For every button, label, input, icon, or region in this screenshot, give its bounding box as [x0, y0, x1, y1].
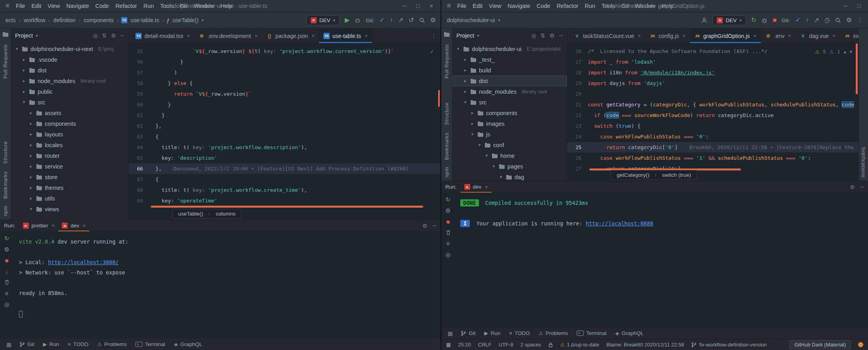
chevron-right-icon[interactable]: ▸ [470, 110, 475, 115]
code-line-58[interactable]: 58 } else { [129, 78, 441, 89]
git-push-button[interactable]: ↗ [814, 17, 819, 23]
code-line-59[interactable]: 59 return `V${_row.version}` [129, 89, 441, 99]
hide-panel-icon[interactable]: ─ [559, 32, 563, 39]
code-line-63[interactable]: 63 { [129, 131, 441, 142]
console-link[interactable]: http://localhost:8888 [586, 220, 653, 227]
panel-settings-icon[interactable]: ⚙ [422, 223, 427, 229]
locate-file-icon[interactable]: ◎ [93, 32, 98, 39]
menu-navigate[interactable]: Navigate [63, 2, 92, 10]
tree-item-service[interactable]: ▸service [11, 161, 128, 172]
clear-console-icon[interactable] [4, 280, 9, 285]
project-toolwindow-icon[interactable] [2, 32, 9, 37]
expand-collapse-icon[interactable]: ⇅ [102, 32, 107, 39]
code-line-24[interactable]: 24 case workFlowPublishStatus === '0': [567, 131, 859, 142]
settings-icon[interactable]: ⚙ [846, 17, 852, 23]
chevron-right-icon[interactable]: ▸ [21, 68, 27, 73]
strip-pull-requests[interactable]: Pull Requests [2, 44, 8, 79]
tab-close-icon[interactable]: × [753, 33, 756, 39]
code-line-60[interactable]: 60 } [129, 99, 441, 110]
toolwindow-todo[interactable]: ≡TODO [505, 329, 534, 338]
tree-item-dolphinscheduler-ui[interactable]: ▾dolphinscheduler-uiE:\projects\dol [452, 44, 567, 54]
hide-panel-icon[interactable]: ─ [433, 223, 437, 229]
chevron-down-icon[interactable]: ▾ [14, 46, 19, 51]
run-button[interactable]: ▶ [345, 17, 349, 23]
tab-close-icon[interactable]: × [83, 223, 86, 229]
tree-item-dist[interactable]: ▸dist [452, 76, 567, 86]
tab-close-icon[interactable]: × [52, 223, 55, 229]
code-line-26[interactable]: 26 case workFlowPublishStatus === '1' &&… [567, 153, 859, 163]
strip-npm[interactable]: npm [2, 206, 8, 216]
project-panel-title[interactable]: Project [15, 32, 33, 39]
code-line-66[interactable]: 66 },Devosend, 2022/2/2 19:00 • [Feature… [129, 163, 441, 174]
code-line-22[interactable]: 22 if (code === sourceWorkFlowCode) retu… [567, 110, 859, 121]
chevron-right-icon[interactable]: ▸ [21, 89, 27, 94]
tabs-more-icon[interactable]: ⋮ [427, 28, 441, 43]
code-editor[interactable]: ⚠5⚠1▴▾ 16/* Licensed to the Apache Softw… [567, 44, 859, 181]
history-icon[interactable]: ◷ [824, 17, 830, 23]
rerun-button[interactable]: ↻ [751, 17, 756, 23]
horizontal-scrollbar[interactable] [151, 206, 423, 208]
toolwindow-graphql[interactable]: ◈GraphQL [611, 329, 648, 338]
chevron-right-icon[interactable]: ▸ [28, 132, 34, 137]
tree-item-home[interactable]: ▾home [452, 150, 567, 161]
close-icon[interactable]: × [425, 3, 438, 9]
run-settings-icon[interactable]: ⚙ [445, 208, 450, 214]
git-update-button[interactable]: ↑ [390, 17, 393, 23]
toolwindow-problems[interactable]: ⚠Problems [93, 340, 131, 349]
debug-button[interactable] [355, 17, 361, 23]
minimize-icon[interactable]: ─ [839, 3, 852, 9]
code-line-21[interactable]: 21const getCategory = (categoryDic, { wo… [567, 99, 859, 110]
run-config-selector[interactable]: n DEV ▾ [306, 15, 340, 25]
code-line-67[interactable]: 67 { [129, 174, 441, 185]
tree-item-test[interactable]: ▸_test_ [452, 54, 567, 65]
stop-icon[interactable]: ■ [5, 257, 8, 263]
run-tab-dev[interactable]: ndev× [461, 181, 492, 193]
tab-taskstatuscount-vue[interactable]: VtaskStatusCount.vue× [570, 28, 645, 43]
breadcrumb-use-table-ts[interactable]: use-table.ts [130, 16, 160, 24]
line-separator[interactable]: CRLF [478, 342, 492, 348]
tree-item-layouts[interactable]: ▸layouts [11, 129, 128, 140]
tree-item-components[interactable]: ▸components [452, 108, 567, 118]
toolwindow-switcher-icon[interactable]: ▦ [444, 330, 456, 337]
strip-pull-requests[interactable]: Pull Requests [444, 44, 450, 79]
menu-refactor[interactable]: Refactor [553, 2, 581, 10]
tree-item-themes[interactable]: ▸themes [11, 182, 128, 193]
strip-bookmarks[interactable]: Bookmarks [2, 171, 8, 199]
code-line-62[interactable]: 62 }, [129, 121, 441, 131]
breadcrumb-dolphinscheduler-ui[interactable]: dolphinscheduler-ui [446, 16, 496, 24]
project-panel-title[interactable]: Project [456, 32, 474, 39]
tab-close-icon[interactable]: × [485, 184, 488, 190]
tree-item-views[interactable]: ▾views [11, 204, 128, 214]
code-line-25[interactable]: 25 return categoryDic['0']Break60, 2020/… [567, 142, 859, 153]
tree-item-src[interactable]: ▾src [452, 97, 567, 108]
tab-close-icon[interactable]: × [832, 33, 836, 39]
tree-item-src[interactable]: ▾src [11, 97, 128, 108]
tree-item-vscode[interactable]: ▸.vscode [11, 54, 128, 65]
console-link[interactable]: http://localhost:3000/ [48, 259, 119, 265]
inspection-widget[interactable]: ✓ [430, 47, 434, 57]
tree-item-assets[interactable]: ▸assets [11, 108, 128, 118]
strip-npm[interactable]: npm [444, 167, 450, 178]
soft-wrap-icon[interactable]: ≡ [446, 240, 450, 246]
panel-settings-icon[interactable]: ⚙ [111, 32, 116, 39]
stop-icon[interactable]: ■ [446, 219, 450, 225]
sticky-crumb-usetable[interactable]: useTable() [178, 211, 203, 217]
chevron-right-icon[interactable]: ▸ [470, 121, 475, 126]
toolwindow-git[interactable]: Git [457, 329, 479, 338]
inspection-widget[interactable]: ⚠5⚠1▴▾ [815, 47, 852, 57]
hide-panel-icon[interactable]: ─ [120, 32, 124, 39]
code-line-20[interactable]: 20 [567, 89, 859, 99]
menu-view[interactable]: View [44, 2, 63, 10]
tree-item-router[interactable]: ▸router [11, 150, 128, 161]
chevron-right-icon[interactable]: ▸ [28, 164, 34, 169]
tab-package-json[interactable]: {}package.json× [262, 28, 319, 43]
tree-item-pages[interactable]: ▾pages [452, 161, 567, 172]
chevron-down-icon[interactable]: ▾ [463, 100, 468, 105]
menu-file[interactable]: File [454, 2, 469, 10]
next-problem-icon[interactable]: ▾ [850, 47, 852, 57]
code-line-57[interactable]: 57 ) [129, 67, 441, 78]
breadcrumb-definition[interactable]: definition [53, 16, 76, 24]
more-icon[interactable]: ⋮ [857, 17, 863, 23]
menu-view[interactable]: View [486, 2, 504, 10]
maximize-icon[interactable]: □ [411, 3, 425, 9]
